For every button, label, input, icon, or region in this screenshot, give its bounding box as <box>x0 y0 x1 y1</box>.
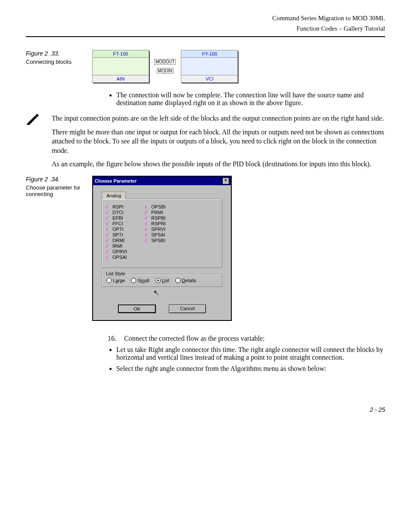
param-icon: √ <box>144 204 149 209</box>
param-opti[interactable]: √OPTI <box>106 227 127 232</box>
block-fy100-title: FY-100 <box>181 50 237 58</box>
header-line-1: Command Series Migration to MOD 30ML <box>26 13 385 23</box>
figure-34-number: Figure 2 .34. <box>26 176 86 183</box>
param-icon: √ <box>106 227 111 232</box>
block-ft100: FT-100 AIN <box>92 50 149 83</box>
close-icon[interactable]: × <box>222 177 229 184</box>
list-style-label: List Style <box>105 271 127 276</box>
radio-small[interactable]: Small <box>131 278 149 283</box>
param-icon: √ <box>144 221 149 226</box>
label-modin: MODIN <box>157 68 174 74</box>
param-icon: √ <box>106 249 111 254</box>
param-icon: √ <box>144 215 149 221</box>
bullet-connection-complete: The connection will now be complete. The… <box>116 91 385 107</box>
step-16-sub-2: Select the right angle connector from th… <box>116 365 385 373</box>
param-rspi[interactable]: √RSPI <box>106 204 127 209</box>
figure-33-number: Figure 2 .33. <box>26 50 86 57</box>
list-style-group: List Style Large Small List Details <box>102 274 222 287</box>
label-modout: MODOUT <box>154 59 176 65</box>
parameter-list-panel: √RSPI√DTCI√EFBI√FFCI√OPTI√SPTI√DRMI√IRMI… <box>102 199 222 268</box>
note-paragraph-1: The input connection points are on the l… <box>52 114 385 123</box>
param-opsai[interactable]: √OPSAI <box>106 255 127 260</box>
cancel-button[interactable]: Cancel <box>169 305 206 313</box>
param-efbi[interactable]: √EFBI <box>106 215 127 221</box>
figure-34-caption-block: Figure 2 .34. Choose parameter for conne… <box>26 176 90 197</box>
note-icon <box>26 112 41 128</box>
block-ft100-title: FT-100 <box>93 50 149 58</box>
radio-list[interactable]: List <box>156 278 169 283</box>
param-icon: √ <box>144 210 149 215</box>
header-rule <box>26 36 385 37</box>
connection-labels: MODOUT MODIN <box>154 59 176 74</box>
note-paragraph-3: As an example, the figure below shows th… <box>52 159 385 169</box>
param-icon: √ <box>106 238 111 243</box>
param-ffci[interactable]: √FFCI <box>106 221 127 226</box>
param-spsbi[interactable]: √SPSBI <box>144 238 166 243</box>
radio-details[interactable]: Details <box>175 278 196 283</box>
param-dtci[interactable]: √DTCI <box>106 210 127 215</box>
param-icon: √ <box>106 210 111 215</box>
param-drmi[interactable]: √DRMI <box>106 238 127 243</box>
figure-33-caption: Connecting blocks <box>26 59 86 65</box>
note-paragraph-2: There might be more than one input or ou… <box>52 128 385 156</box>
param-opsbi[interactable]: √OPSBI <box>144 204 166 209</box>
param-icon: √ <box>106 255 111 260</box>
figure-33-diagram: FT-100 AIN MODOUT MODIN FY-100 VCI <box>90 50 385 83</box>
param-rspri[interactable]: √RSPRI <box>144 221 166 226</box>
page-number: 2 - 25 <box>26 406 385 413</box>
param-sprvi[interactable]: √SPRVI <box>144 227 166 232</box>
param-irmi[interactable]: √IRMI <box>106 243 127 249</box>
radio-large[interactable]: Large <box>106 278 125 283</box>
block-fy100-footer: VCI <box>181 75 237 82</box>
param-prmi[interactable]: √PRMI <box>144 210 166 215</box>
ok-button[interactable]: OK <box>118 305 156 313</box>
param-oprvi[interactable]: √OPRVI <box>106 249 127 254</box>
param-icon: √ <box>106 215 111 221</box>
step-16-text: Connect the corrected flow as the proces… <box>124 335 265 342</box>
param-icon: √ <box>106 204 111 209</box>
param-icon: √ <box>144 227 149 232</box>
param-icon: √ <box>144 238 149 243</box>
figure-34-caption: Choose parameter for connecting <box>26 184 86 197</box>
step-16-number: 16. <box>90 335 124 342</box>
dialog-titlebar[interactable]: Choose Parameter × <box>93 177 231 185</box>
figure-33-caption-block: Figure 2 .33. Connecting blocks <box>26 50 90 65</box>
cursor-icon: ↖ <box>153 289 222 297</box>
param-icon: √ <box>106 243 111 249</box>
param-icon: √ <box>106 232 111 237</box>
page-header: Command Series Migration to MOD 30ML Fun… <box>26 13 385 34</box>
choose-parameter-dialog: Choose Parameter × Analog √RSPI√DTCI√EFB… <box>92 176 232 321</box>
param-icon: √ <box>106 221 111 226</box>
tab-analog[interactable]: Analog <box>102 192 126 199</box>
block-ft100-footer: AIN <box>93 75 149 82</box>
dialog-title-text: Choose Parameter <box>95 178 137 184</box>
param-icon: √ <box>144 232 149 237</box>
header-line-2: Function Codes – Gallery Tutorial <box>26 23 385 34</box>
step-16-sub-1: Let us take Right angle connector this t… <box>116 346 385 361</box>
block-fy100: FY-100 VCI <box>181 50 238 83</box>
param-rspbi[interactable]: √RSPBI <box>144 215 166 221</box>
param-spsai[interactable]: √SPSAI <box>144 232 166 237</box>
param-spti[interactable]: √SPTI <box>106 232 127 237</box>
